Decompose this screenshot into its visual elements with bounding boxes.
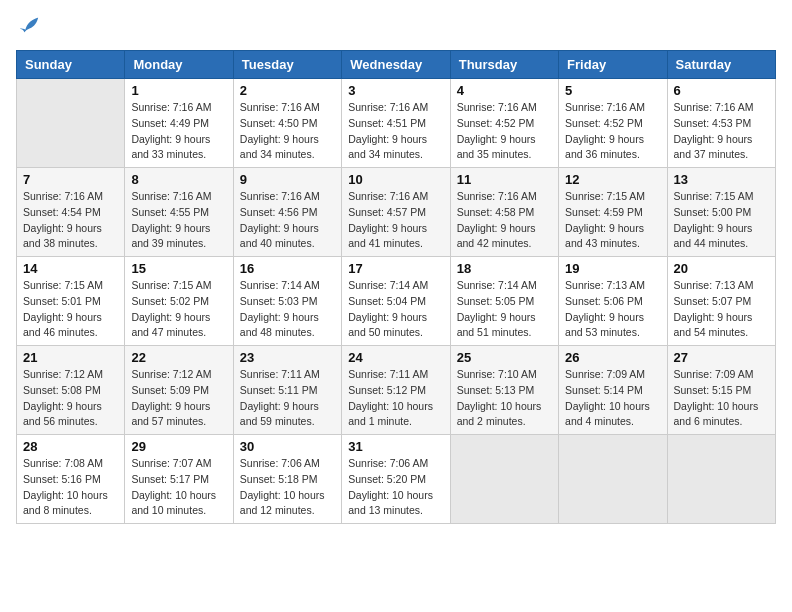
day-info: Sunrise: 7:15 AM Sunset: 4:59 PM Dayligh… xyxy=(565,189,660,252)
day-info: Sunrise: 7:06 AM Sunset: 5:20 PM Dayligh… xyxy=(348,456,443,519)
calendar-cell: 8Sunrise: 7:16 AM Sunset: 4:55 PM Daylig… xyxy=(125,168,233,257)
day-info: Sunrise: 7:16 AM Sunset: 4:51 PM Dayligh… xyxy=(348,100,443,163)
day-number: 29 xyxy=(131,439,226,454)
calendar-cell: 30Sunrise: 7:06 AM Sunset: 5:18 PM Dayli… xyxy=(233,435,341,524)
day-number: 23 xyxy=(240,350,335,365)
day-number: 1 xyxy=(131,83,226,98)
day-number: 2 xyxy=(240,83,335,98)
day-number: 30 xyxy=(240,439,335,454)
day-number: 18 xyxy=(457,261,552,276)
day-number: 22 xyxy=(131,350,226,365)
day-number: 7 xyxy=(23,172,118,187)
day-number: 28 xyxy=(23,439,118,454)
calendar-cell xyxy=(450,435,558,524)
calendar-cell: 11Sunrise: 7:16 AM Sunset: 4:58 PM Dayli… xyxy=(450,168,558,257)
day-info: Sunrise: 7:16 AM Sunset: 4:50 PM Dayligh… xyxy=(240,100,335,163)
day-number: 5 xyxy=(565,83,660,98)
calendar-cell: 6Sunrise: 7:16 AM Sunset: 4:53 PM Daylig… xyxy=(667,79,775,168)
day-info: Sunrise: 7:16 AM Sunset: 4:52 PM Dayligh… xyxy=(457,100,552,163)
day-info: Sunrise: 7:15 AM Sunset: 5:01 PM Dayligh… xyxy=(23,278,118,341)
calendar-cell: 31Sunrise: 7:06 AM Sunset: 5:20 PM Dayli… xyxy=(342,435,450,524)
day-number: 10 xyxy=(348,172,443,187)
calendar-week-4: 21Sunrise: 7:12 AM Sunset: 5:08 PM Dayli… xyxy=(17,346,776,435)
calendar-cell: 20Sunrise: 7:13 AM Sunset: 5:07 PM Dayli… xyxy=(667,257,775,346)
day-number: 9 xyxy=(240,172,335,187)
calendar-cell: 21Sunrise: 7:12 AM Sunset: 5:08 PM Dayli… xyxy=(17,346,125,435)
day-info: Sunrise: 7:14 AM Sunset: 5:05 PM Dayligh… xyxy=(457,278,552,341)
day-info: Sunrise: 7:14 AM Sunset: 5:03 PM Dayligh… xyxy=(240,278,335,341)
day-info: Sunrise: 7:11 AM Sunset: 5:11 PM Dayligh… xyxy=(240,367,335,430)
calendar-week-1: 1Sunrise: 7:16 AM Sunset: 4:49 PM Daylig… xyxy=(17,79,776,168)
calendar-cell: 19Sunrise: 7:13 AM Sunset: 5:06 PM Dayli… xyxy=(559,257,667,346)
calendar-cell: 13Sunrise: 7:15 AM Sunset: 5:00 PM Dayli… xyxy=(667,168,775,257)
calendar-cell: 10Sunrise: 7:16 AM Sunset: 4:57 PM Dayli… xyxy=(342,168,450,257)
header-wednesday: Wednesday xyxy=(342,51,450,79)
day-number: 15 xyxy=(131,261,226,276)
calendar-week-5: 28Sunrise: 7:08 AM Sunset: 5:16 PM Dayli… xyxy=(17,435,776,524)
calendar-cell: 15Sunrise: 7:15 AM Sunset: 5:02 PM Dayli… xyxy=(125,257,233,346)
day-number: 31 xyxy=(348,439,443,454)
day-number: 3 xyxy=(348,83,443,98)
calendar-cell: 16Sunrise: 7:14 AM Sunset: 5:03 PM Dayli… xyxy=(233,257,341,346)
day-info: Sunrise: 7:06 AM Sunset: 5:18 PM Dayligh… xyxy=(240,456,335,519)
calendar-header-row: SundayMondayTuesdayWednesdayThursdayFrid… xyxy=(17,51,776,79)
day-number: 26 xyxy=(565,350,660,365)
day-info: Sunrise: 7:16 AM Sunset: 4:53 PM Dayligh… xyxy=(674,100,769,163)
calendar-cell: 14Sunrise: 7:15 AM Sunset: 5:01 PM Dayli… xyxy=(17,257,125,346)
page-header xyxy=(16,16,776,38)
day-number: 20 xyxy=(674,261,769,276)
day-info: Sunrise: 7:12 AM Sunset: 5:09 PM Dayligh… xyxy=(131,367,226,430)
day-number: 11 xyxy=(457,172,552,187)
day-number: 21 xyxy=(23,350,118,365)
calendar-cell xyxy=(559,435,667,524)
calendar-cell: 2Sunrise: 7:16 AM Sunset: 4:50 PM Daylig… xyxy=(233,79,341,168)
day-info: Sunrise: 7:16 AM Sunset: 4:49 PM Dayligh… xyxy=(131,100,226,163)
day-info: Sunrise: 7:11 AM Sunset: 5:12 PM Dayligh… xyxy=(348,367,443,430)
day-number: 4 xyxy=(457,83,552,98)
calendar-week-3: 14Sunrise: 7:15 AM Sunset: 5:01 PM Dayli… xyxy=(17,257,776,346)
calendar-cell: 22Sunrise: 7:12 AM Sunset: 5:09 PM Dayli… xyxy=(125,346,233,435)
calendar-cell: 24Sunrise: 7:11 AM Sunset: 5:12 PM Dayli… xyxy=(342,346,450,435)
day-info: Sunrise: 7:08 AM Sunset: 5:16 PM Dayligh… xyxy=(23,456,118,519)
calendar-table: SundayMondayTuesdayWednesdayThursdayFrid… xyxy=(16,50,776,524)
calendar-cell: 29Sunrise: 7:07 AM Sunset: 5:17 PM Dayli… xyxy=(125,435,233,524)
header-tuesday: Tuesday xyxy=(233,51,341,79)
day-number: 25 xyxy=(457,350,552,365)
day-info: Sunrise: 7:13 AM Sunset: 5:07 PM Dayligh… xyxy=(674,278,769,341)
calendar-cell: 25Sunrise: 7:10 AM Sunset: 5:13 PM Dayli… xyxy=(450,346,558,435)
calendar-cell: 5Sunrise: 7:16 AM Sunset: 4:52 PM Daylig… xyxy=(559,79,667,168)
calendar-cell: 23Sunrise: 7:11 AM Sunset: 5:11 PM Dayli… xyxy=(233,346,341,435)
day-info: Sunrise: 7:16 AM Sunset: 4:58 PM Dayligh… xyxy=(457,189,552,252)
day-info: Sunrise: 7:15 AM Sunset: 5:02 PM Dayligh… xyxy=(131,278,226,341)
header-saturday: Saturday xyxy=(667,51,775,79)
day-number: 12 xyxy=(565,172,660,187)
day-info: Sunrise: 7:07 AM Sunset: 5:17 PM Dayligh… xyxy=(131,456,226,519)
header-friday: Friday xyxy=(559,51,667,79)
calendar-cell xyxy=(667,435,775,524)
day-info: Sunrise: 7:14 AM Sunset: 5:04 PM Dayligh… xyxy=(348,278,443,341)
calendar-cell: 18Sunrise: 7:14 AM Sunset: 5:05 PM Dayli… xyxy=(450,257,558,346)
day-info: Sunrise: 7:16 AM Sunset: 4:55 PM Dayligh… xyxy=(131,189,226,252)
day-info: Sunrise: 7:09 AM Sunset: 5:15 PM Dayligh… xyxy=(674,367,769,430)
logo xyxy=(16,16,40,38)
day-info: Sunrise: 7:15 AM Sunset: 5:00 PM Dayligh… xyxy=(674,189,769,252)
calendar-cell: 12Sunrise: 7:15 AM Sunset: 4:59 PM Dayli… xyxy=(559,168,667,257)
day-info: Sunrise: 7:10 AM Sunset: 5:13 PM Dayligh… xyxy=(457,367,552,430)
calendar-cell: 7Sunrise: 7:16 AM Sunset: 4:54 PM Daylig… xyxy=(17,168,125,257)
day-number: 27 xyxy=(674,350,769,365)
calendar-cell: 9Sunrise: 7:16 AM Sunset: 4:56 PM Daylig… xyxy=(233,168,341,257)
day-number: 24 xyxy=(348,350,443,365)
day-info: Sunrise: 7:16 AM Sunset: 4:57 PM Dayligh… xyxy=(348,189,443,252)
day-info: Sunrise: 7:12 AM Sunset: 5:08 PM Dayligh… xyxy=(23,367,118,430)
calendar-cell: 26Sunrise: 7:09 AM Sunset: 5:14 PM Dayli… xyxy=(559,346,667,435)
day-info: Sunrise: 7:09 AM Sunset: 5:14 PM Dayligh… xyxy=(565,367,660,430)
day-number: 14 xyxy=(23,261,118,276)
day-number: 19 xyxy=(565,261,660,276)
header-thursday: Thursday xyxy=(450,51,558,79)
day-number: 17 xyxy=(348,261,443,276)
header-sunday: Sunday xyxy=(17,51,125,79)
logo-bird-icon xyxy=(18,16,40,38)
calendar-week-2: 7Sunrise: 7:16 AM Sunset: 4:54 PM Daylig… xyxy=(17,168,776,257)
day-number: 13 xyxy=(674,172,769,187)
day-info: Sunrise: 7:13 AM Sunset: 5:06 PM Dayligh… xyxy=(565,278,660,341)
